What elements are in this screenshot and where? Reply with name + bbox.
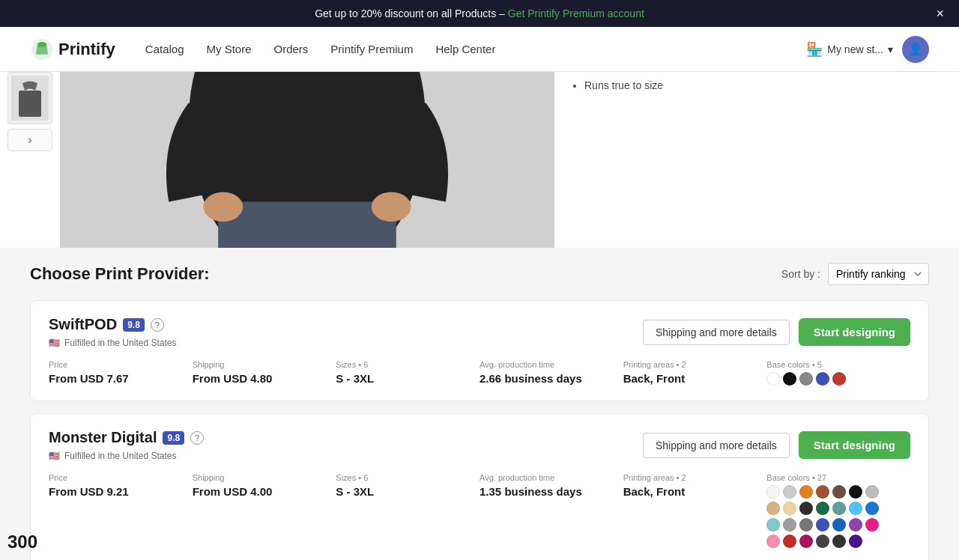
monster-price: Price From USD 9.21 — [49, 473, 193, 548]
swiftpod-printing: Printing areas • 2 Back, Front — [623, 360, 767, 386]
monster-name: Monster Digital — [49, 429, 157, 446]
color-swatch — [816, 485, 829, 499]
svg-rect-6 — [218, 202, 396, 248]
main-nav: Catalog My Store Orders Printify Premium… — [145, 43, 807, 55]
sort-label: Sort by : — [781, 268, 820, 280]
monster-name-section: Monster Digital 9.8 ? 🇺🇸 Fulfilled in th… — [49, 429, 204, 461]
swiftpod-name-row: SwiftPOD 9.8 ? — [49, 316, 176, 333]
color-swatch — [849, 535, 862, 548]
logo[interactable]: Printify — [30, 37, 115, 61]
monster-help-icon[interactable]: ? — [190, 431, 204, 445]
monster-fulfilled: 🇺🇸 Fulfilled in the United States — [49, 451, 204, 461]
product-svg — [60, 72, 554, 248]
sort-container: Sort by : Printify ranking — [781, 263, 929, 285]
color-swatch — [766, 502, 780, 515]
monster-printing-label: Printing areas • 2 — [623, 473, 752, 482]
sort-select[interactable]: Printify ranking — [828, 263, 929, 285]
store-selector[interactable]: 🏪 My new st... ▾ — [806, 41, 893, 58]
header: Printify Catalog My Store Orders Printif… — [0, 27, 959, 72]
thumbnail-nav-down[interactable]: › — [7, 129, 52, 151]
color-swatch — [799, 518, 813, 532]
color-swatch — [865, 518, 879, 532]
nav-catalog[interactable]: Catalog — [145, 43, 184, 55]
color-swatch — [783, 535, 796, 548]
color-swatch — [816, 372, 829, 386]
product-section: › — [0, 72, 959, 248]
swiftpod-color-swatches — [766, 372, 895, 386]
monster-colors: Base colors • 27 — [766, 473, 910, 548]
monster-printing-value: Back, Front — [623, 485, 752, 498]
details-panel: Runs true to size — [554, 72, 959, 248]
section-title: Choose Print Provider: — [30, 264, 210, 284]
monster-shipping-value: From USD 4.00 — [193, 485, 321, 498]
thumbnail-image-1 — [11, 76, 49, 121]
color-swatch — [832, 502, 846, 515]
provider-card-monster-digital: Monster Digital 9.8 ? 🇺🇸 Fulfilled in th… — [30, 413, 929, 560]
provider-card-swiftpod: SwiftPOD 9.8 ? 🇺🇸 Fulfilled in the Unite… — [30, 300, 929, 401]
swiftpod-fulfilled: 🇺🇸 Fulfilled in the United States — [49, 338, 176, 348]
color-swatch — [799, 535, 813, 548]
monster-shipping-button[interactable]: Shipping and more details — [643, 433, 790, 458]
color-swatch — [799, 372, 813, 386]
monster-name-row: Monster Digital 9.8 ? — [49, 429, 204, 446]
nav-help[interactable]: Help Center — [435, 43, 495, 55]
color-swatch — [766, 535, 780, 548]
swiftpod-colors: Base colors • 5 — [766, 360, 910, 386]
swiftpod-production-value: 2.66 business days — [480, 372, 608, 385]
monster-production: Avg. production time 1.35 business days — [480, 473, 623, 548]
swiftpod-help-icon[interactable]: ? — [151, 318, 164, 332]
svg-point-7 — [203, 192, 243, 222]
swiftpod-actions: Shipping and more details Start designin… — [643, 318, 910, 346]
color-swatch — [783, 518, 796, 532]
swiftpod-shipping-button[interactable]: Shipping and more details — [643, 320, 790, 345]
monster-stats: Price From USD 9.21 Shipping From USD 4.… — [49, 473, 910, 548]
banner-text: Get up to 20% discount on all Products – — [315, 7, 508, 19]
monster-sizes: Sizes • 6 S - 3XL — [336, 473, 480, 548]
color-swatch — [816, 535, 829, 548]
swiftpod-price: Price From USD 7.67 — [49, 360, 193, 386]
swiftpod-sizes-value: S - 3XL — [336, 372, 465, 385]
color-swatch — [849, 485, 862, 499]
swiftpod-start-button[interactable]: Start designing — [799, 318, 910, 346]
banner-link[interactable]: Get Printify Premium account — [508, 7, 644, 19]
swiftpod-stats: Price From USD 7.67 Shipping From USD 4.… — [49, 360, 910, 386]
top-banner: Get up to 20% discount on all Products –… — [0, 0, 959, 27]
monster-color-swatches — [766, 485, 895, 548]
detail-item-1: Runs true to size — [584, 79, 944, 91]
logo-text: Printify — [58, 40, 115, 59]
color-swatch — [766, 518, 780, 532]
thumbnail-1[interactable] — [7, 72, 52, 124]
product-panel: › — [0, 72, 554, 248]
avatar[interactable]: 👤 — [902, 36, 929, 63]
swiftpod-production: Avg. production time 2.66 business days — [480, 360, 623, 386]
main-product-image — [60, 72, 554, 248]
nav-premium[interactable]: Printify Premium — [330, 43, 413, 55]
store-dropdown-icon: ▾ — [888, 43, 893, 55]
monster-printing: Printing areas • 2 Back, Front — [623, 473, 767, 548]
swiftpod-rating: 9.8 — [123, 318, 145, 332]
monster-colors-label: Base colors • 27 — [766, 473, 895, 482]
nav-mystore[interactable]: My Store — [207, 43, 252, 55]
header-right: 🏪 My new st... ▾ 👤 — [806, 36, 929, 63]
swiftpod-name-section: SwiftPOD 9.8 ? 🇺🇸 Fulfilled in the Unite… — [49, 316, 176, 348]
monster-production-value: 1.35 business days — [480, 485, 608, 498]
monster-start-button[interactable]: Start designing — [799, 431, 910, 459]
watermark: 300 — [7, 532, 37, 553]
swiftpod-name: SwiftPOD — [49, 316, 117, 333]
us-flag-icon-2: 🇺🇸 — [49, 451, 60, 461]
monster-price-value: From USD 9.21 — [49, 485, 178, 498]
nav-orders[interactable]: Orders — [274, 43, 309, 55]
us-flag-icon: 🇺🇸 — [49, 338, 60, 348]
monster-price-label: Price — [49, 473, 178, 482]
print-provider-section: Choose Print Provider: Sort by : Printif… — [0, 248, 959, 560]
avatar-icon: 👤 — [908, 42, 923, 56]
banner-close-button[interactable]: × — [936, 6, 944, 22]
color-swatch — [799, 502, 813, 515]
svg-point-8 — [372, 192, 411, 222]
monster-sizes-value: S - 3XL — [336, 485, 465, 498]
color-swatch — [832, 535, 846, 548]
color-swatch — [832, 485, 846, 499]
swiftpod-fulfilled-text: Fulfilled in the United States — [64, 338, 176, 348]
monster-sizes-label: Sizes • 6 — [336, 473, 465, 482]
swiftpod-colors-label: Base colors • 5 — [766, 360, 895, 369]
